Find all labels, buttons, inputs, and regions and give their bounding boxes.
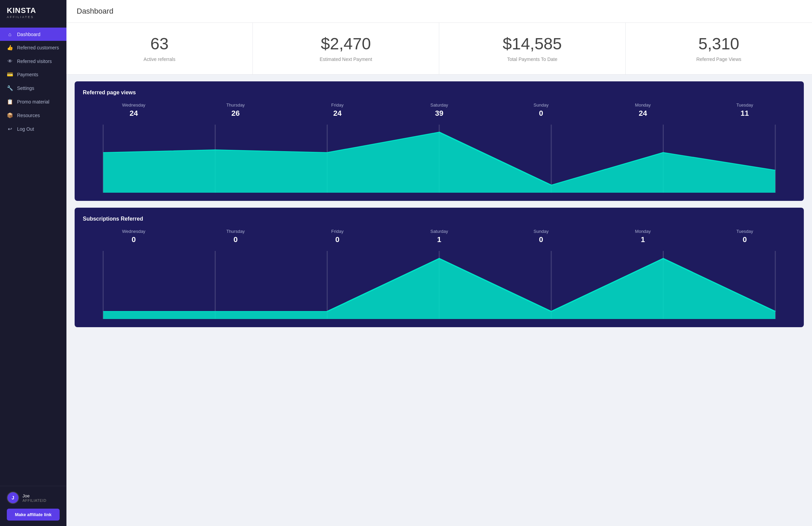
sidebar-item-referred-visitors[interactable]: 👁 Referred visitors [0,55,67,68]
day-col-3: Saturday 39 [389,103,490,121]
day-col-2: Friday 0 [287,229,389,247]
user-id: AFFILIATEID [23,498,46,502]
payments-icon: 💳 [7,72,13,78]
day-col-0: Wednesday 24 [83,103,185,121]
day-value-6: 11 [694,109,796,118]
day-label-2: Friday [287,103,389,108]
day-value-6: 0 [694,235,796,244]
day-value-0: 24 [83,109,185,118]
stat-label-1: Estimated Next Payment [263,57,429,62]
day-label-3: Saturday [389,103,490,108]
day-value-3: 1 [389,235,490,244]
day-label-1: Thursday [185,229,287,234]
sidebar-item-payments[interactable]: 💳 Payments [0,68,67,81]
day-label-4: Sunday [490,103,592,108]
day-label-3: Saturday [389,229,490,234]
day-col-4: Sunday 0 [490,103,592,121]
nav-label-log-out: Log Out [17,126,34,132]
day-label-5: Monday [592,229,694,234]
chart1-days: Wednesday 24 Thursday 26 Friday 24 Satur… [83,103,796,121]
day-value-0: 0 [83,235,185,244]
resources-icon: 📦 [7,112,13,119]
day-value-1: 26 [185,109,287,118]
sidebar-item-referred-customers[interactable]: 👍 Referred customers [0,41,67,55]
chart1-area [83,125,796,193]
day-label-6: Tuesday [694,229,796,234]
main-content: Dashboard 63 Active referrals $2,470 Est… [67,0,812,526]
day-label-2: Friday [287,229,389,234]
sidebar-item-dashboard[interactable]: ⌂ Dashboard [0,28,67,41]
stat-card-2: $14,585 Total Payments To Date [439,23,626,74]
day-label-0: Wednesday [83,229,185,234]
main-header: Dashboard [67,0,812,23]
day-col-5: Monday 1 [592,229,694,247]
make-affiliate-link-button[interactable]: Make affiliate link [7,509,60,521]
day-value-3: 39 [389,109,490,118]
nav-label-referred-visitors: Referred visitors [17,59,52,64]
stat-value-2: $14,585 [449,35,615,53]
sidebar-bottom: J Joe AFFILIATEID Make affiliate link [0,486,67,526]
day-value-5: 24 [592,109,694,118]
day-label-1: Thursday [185,103,287,108]
charts-section: Referred page views Wednesday 24 Thursda… [67,75,812,334]
stat-label-3: Referred Page Views [636,57,802,62]
stat-value-0: 63 [77,35,242,53]
day-label-0: Wednesday [83,103,185,108]
day-col-1: Thursday 26 [185,103,287,121]
nav-label-settings: Settings [17,86,34,91]
day-col-5: Monday 24 [592,103,694,121]
stat-label-0: Active referrals [77,57,242,62]
chart1-title: Referred page views [83,90,796,96]
referred-customers-icon: 👍 [7,45,13,51]
day-col-6: Tuesday 0 [694,229,796,247]
nav-label-referred-customers: Referred customers [17,45,59,50]
stat-card-1: $2,470 Estimated Next Payment [253,23,439,74]
day-value-5: 1 [592,235,694,244]
referred-page-views-chart: Referred page views Wednesday 24 Thursda… [75,81,804,201]
day-col-1: Thursday 0 [185,229,287,247]
day-col-3: Saturday 1 [389,229,490,247]
day-value-4: 0 [490,235,592,244]
stat-card-0: 63 Active referrals [67,23,253,74]
page-title: Dashboard [77,7,802,16]
stat-value-3: 5,310 [636,35,802,53]
avatar: J [7,492,19,504]
logo: KINSTA AFFILIATES [0,0,67,24]
sidebar-item-settings[interactable]: 🔧 Settings [0,81,67,95]
brand-sub: AFFILIATES [7,15,60,19]
day-col-2: Friday 24 [287,103,389,121]
dashboard-icon: ⌂ [7,31,13,37]
nav-label-dashboard: Dashboard [17,32,41,37]
day-col-0: Wednesday 0 [83,229,185,247]
stat-value-1: $2,470 [263,35,429,53]
subscriptions-referred-chart: Subscriptions Referred Wednesday 0 Thurs… [75,208,804,327]
log-out-icon: ↩ [7,126,13,132]
nav-label-payments: Payments [17,72,38,77]
day-label-4: Sunday [490,229,592,234]
chart2-area [83,251,796,319]
svg-marker-15 [103,258,775,319]
sidebar-item-log-out[interactable]: ↩ Log Out [0,122,67,136]
sidebar-item-promo-material[interactable]: 📋 Promo material [0,95,67,109]
chart2-title: Subscriptions Referred [83,216,796,222]
stat-label-2: Total Payments To Date [449,57,615,62]
day-value-1: 0 [185,235,287,244]
sidebar-item-resources[interactable]: 📦 Resources [0,109,67,122]
day-col-4: Sunday 0 [490,229,592,247]
day-value-2: 0 [287,235,389,244]
nav-label-resources: Resources [17,113,40,118]
brand-name: KINSTA [7,6,60,15]
referred-visitors-icon: 👁 [7,58,13,64]
chart2-days: Wednesday 0 Thursday 0 Friday 0 Saturday… [83,229,796,247]
svg-marker-7 [103,132,775,193]
sidebar: KINSTA AFFILIATES ⌂ Dashboard 👍 Referred… [0,0,67,526]
user-info: J Joe AFFILIATEID [7,492,60,504]
stats-row: 63 Active referrals $2,470 Estimated Nex… [67,23,812,75]
settings-icon: 🔧 [7,85,13,91]
nav-label-promo-material: Promo material [17,99,49,105]
day-value-2: 24 [287,109,389,118]
day-label-6: Tuesday [694,103,796,108]
day-label-5: Monday [592,103,694,108]
promo-material-icon: 📋 [7,99,13,105]
nav: ⌂ Dashboard 👍 Referred customers 👁 Refer… [0,24,67,486]
